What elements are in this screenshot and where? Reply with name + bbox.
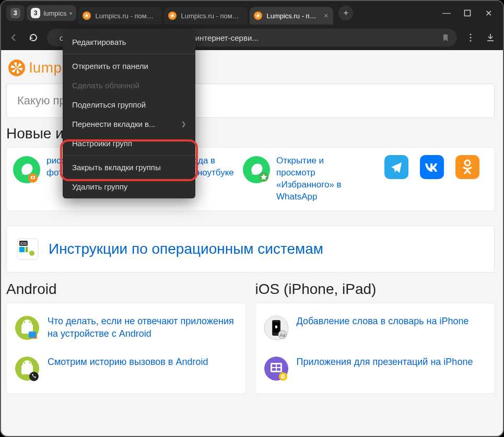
svg-rect-40 [277, 364, 280, 367]
android-call-icon [14, 356, 40, 382]
logo-icon [8, 60, 25, 76]
reload-button[interactable] [27, 31, 40, 44]
tab[interactable]: Lumpics.ru - помощь [78, 7, 162, 25]
svg-point-44 [281, 374, 285, 379]
search-placeholder: Какую пр [17, 94, 66, 108]
maximize-button[interactable] [463, 9, 472, 17]
svg-point-23 [24, 321, 26, 323]
os-banner-title: Инструкции по операционным системам [49, 241, 323, 257]
new-tab-button[interactable]: + [338, 6, 353, 20]
tab-count-badge: 3 [10, 8, 20, 18]
svg-point-20 [29, 251, 34, 256]
close-window-button[interactable]: ✕ [484, 9, 493, 17]
iphone-dict-icon: Aa [263, 315, 289, 341]
os-icon: iOS [16, 238, 39, 261]
iphone-present-icon [263, 356, 289, 382]
bookmark-icon[interactable] [441, 33, 450, 42]
ctx-move-tabs[interactable]: Перенести вкладки в...❯ [63, 114, 195, 134]
chevron-down-icon: ▾ [69, 10, 72, 16]
telegram-icon[interactable] [384, 155, 408, 179]
android-column: Android Что делать, если не отвечают при… [6, 278, 246, 394]
vk-icon[interactable] [420, 155, 444, 179]
os-columns: Android Что делать, если не отвечают при… [6, 278, 495, 394]
svg-point-30 [29, 362, 31, 363]
svg-rect-38 [271, 363, 282, 372]
ctx-cloud: Сделать облачной [63, 76, 195, 95]
window-controls: — ✕ [442, 9, 498, 17]
minimize-button[interactable]: — [442, 9, 451, 17]
svg-point-14 [465, 160, 470, 166]
tab-group-button[interactable]: 3 lumpics ▾ [27, 5, 77, 21]
list-item[interactable]: Приложения для презентаций на iPhone [263, 346, 487, 387]
favicon-icon [83, 11, 91, 20]
svg-rect-41 [272, 368, 276, 371]
ctx-separator [63, 54, 195, 54]
browser-window: 3 3 lumpics ▾ Lumpics.ru - помощь Lumpic… [0, 0, 504, 437]
ios-card: Aa Добавление слова в словарь на iPhone … [255, 303, 495, 394]
article-link[interactable]: Открытие и просмотр «Избранного» в Whats… [276, 155, 351, 203]
context-menu: Редактировать Открепить от панели Сделат… [63, 29, 195, 198]
ctx-unpin[interactable]: Открепить от панели [63, 56, 195, 76]
whatsapp-icon [12, 155, 41, 184]
article-link[interactable]: Приложения для презентаций на iPhone [297, 356, 473, 368]
ctx-edit[interactable]: Редактировать [63, 32, 195, 52]
article-link[interactable]: Что делать, если не отвечают приложения … [48, 315, 238, 340]
menu-icon[interactable] [464, 33, 477, 42]
close-tab-icon[interactable]: × [324, 11, 328, 20]
tab-active[interactable]: Lumpics.ru - помо × [250, 7, 333, 25]
list-item[interactable]: Aa Добавление слова в словарь на iPhone [263, 310, 487, 346]
svg-point-29 [24, 362, 26, 363]
tab[interactable]: Lumpics.ru - помощь [164, 7, 248, 25]
svg-point-2 [470, 37, 471, 38]
whatsapp-star-icon [242, 155, 271, 184]
ctx-delete-group[interactable]: Удалить группу [63, 177, 195, 196]
android-card: Что делать, если не отвечают приложения … [6, 303, 246, 394]
ctx-settings[interactable]: Настройки групп [63, 134, 195, 153]
social-links [384, 155, 489, 203]
article-link[interactable]: Добавление слова в словарь на iPhone [297, 315, 469, 327]
os-banner[interactable]: iOS Инструкции по операционным системам [6, 226, 495, 273]
android-title: Android [6, 281, 246, 298]
tab-title: Lumpics.ru - помо [266, 12, 320, 20]
favicon-icon [254, 11, 262, 20]
svg-rect-16 [19, 247, 25, 252]
tab-title: Lumpics.ru - помощь [181, 12, 242, 20]
chevron-right-icon: ❯ [181, 121, 186, 127]
svg-rect-0 [465, 10, 471, 16]
ctx-separator [63, 155, 195, 156]
list-item[interactable]: Что делать, если не отвечают приложения … [14, 310, 238, 346]
svg-text:Aa: Aa [279, 333, 285, 338]
tab-title: Lumpics.ru - помощь [95, 12, 157, 20]
ctx-close-tabs[interactable]: Закрыть вкладки группы [63, 158, 195, 177]
svg-rect-39 [272, 364, 276, 367]
list-item[interactable]: Смотрим историю вызовов в Android [14, 346, 238, 387]
tab-group-count[interactable]: 3 [6, 5, 25, 21]
svg-point-7 [32, 176, 34, 179]
ctx-share[interactable]: Поделиться группой [63, 95, 195, 114]
tab-count-badge: 3 [31, 8, 41, 18]
downloads-icon[interactable] [484, 33, 497, 42]
tab-bar: 3 3 lumpics ▾ Lumpics.ru - помощь Lumpic… [1, 1, 503, 25]
ios-title: iOS (iPhone, iPad) [255, 281, 495, 298]
back-button[interactable] [7, 31, 20, 44]
svg-point-3 [470, 40, 471, 41]
ios-column: iOS (iPhone, iPad) Aa Добавление слова в… [255, 278, 495, 394]
svg-point-24 [29, 321, 31, 323]
ok-icon[interactable] [455, 155, 479, 179]
article-link[interactable]: Смотрим историю вызовов в Android [48, 356, 208, 368]
svg-rect-17 [26, 247, 28, 252]
favicon-icon [168, 11, 177, 20]
article-item[interactable]: Открытие и просмотр «Избранного» в Whats… [242, 155, 351, 203]
android-app-icon [14, 315, 40, 341]
tab-group-label: lumpics [43, 9, 66, 17]
svg-rect-42 [277, 368, 280, 371]
svg-text:iOS: iOS [20, 242, 27, 245]
svg-rect-26 [29, 332, 36, 338]
svg-point-1 [470, 33, 471, 35]
